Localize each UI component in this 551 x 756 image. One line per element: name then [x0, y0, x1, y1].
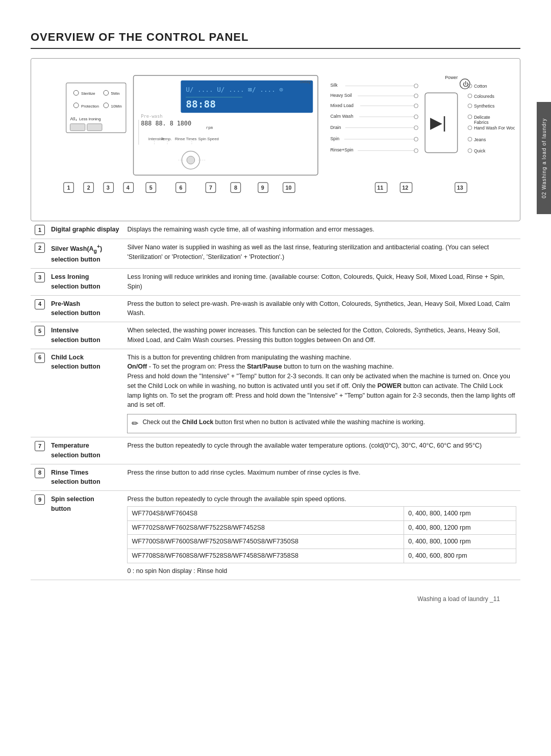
spin-model-4: WF7708S8/WF7608S8/WF7528S8/WF7458S8/WF73…: [128, 549, 404, 563]
control-panel-diagram: Sterilize 5Min Protection 10Min A g + Le…: [31, 58, 520, 221]
section-title: OVERVIEW OF THE CONTROL PANEL: [31, 31, 520, 49]
svg-point-5: [73, 103, 79, 108]
item-number-9: 9: [35, 494, 45, 505]
item-label-3: Less Ironingselection button: [51, 272, 101, 292]
item-label-8: Rinse Timesselection button: [51, 468, 101, 487]
svg-text:88:88: 88:88: [186, 98, 216, 110]
item-label-6: Child Lockselection button: [51, 353, 101, 372]
svg-text:5: 5: [149, 185, 153, 191]
spin-speeds-2: 0, 400, 800, 1200 rpm: [404, 520, 516, 535]
svg-point-33: [187, 156, 195, 164]
item-label-5: Intensiveselection button: [51, 326, 101, 345]
svg-text:Temp.: Temp.: [161, 137, 171, 141]
item-label-7: Temperatureselection button: [51, 441, 101, 460]
table-row: 6 Child Lockselection button This is a b…: [31, 349, 520, 437]
item-number-8: 8: [35, 468, 45, 478]
svg-text:Fabrics: Fabrics: [474, 120, 489, 125]
svg-text:888  88.  8  1800: 888 88. 8 1800: [141, 120, 191, 127]
svg-text:Protection: Protection: [81, 104, 99, 109]
table-row: 3 Less Ironingselection button Less Iron…: [31, 269, 520, 296]
svg-text:Silk: Silk: [330, 83, 338, 88]
svg-text:9: 9: [261, 185, 264, 191]
svg-text:Calm Wash: Calm Wash: [330, 114, 353, 119]
spin-model-1: WF7704S8/WF7604S8: [128, 506, 404, 520]
svg-text:10: 10: [286, 185, 292, 191]
table-row: 8 Rinse Timesselection button Press the …: [31, 464, 520, 491]
svg-text:Hand Wash For Wool: Hand Wash For Wool: [474, 125, 515, 131]
svg-rect-21: [138, 120, 139, 145]
table-row: 2 Silver Wash(Ag+)selection button Silve…: [31, 239, 520, 269]
svg-rect-13: [70, 124, 85, 131]
item-number-1: 1: [35, 225, 45, 235]
svg-text:2: 2: [87, 185, 90, 191]
svg-point-71: [468, 126, 472, 130]
item-desc-2: Silver Nano water is supplied in washing…: [123, 239, 520, 269]
svg-text:Pre-wash: Pre-wash: [141, 114, 162, 119]
svg-text:Delay: Delay: [300, 80, 311, 84]
item-label-2: Silver Wash(Ag+)selection button: [51, 245, 102, 263]
svg-text:rpm: rpm: [206, 125, 213, 130]
table-row: 1 Digital graphic display Displays the r…: [31, 221, 520, 239]
svg-text:Quick: Quick: [474, 148, 486, 153]
item-desc-7: Press the button repeatedly to cycle thr…: [123, 437, 520, 464]
svg-point-68: [468, 115, 472, 119]
svg-text:Heavy Soil: Heavy Soil: [330, 93, 352, 98]
svg-text:12: 12: [402, 185, 408, 191]
svg-text:+: +: [75, 118, 77, 122]
spin-footer: 0 : no spin Non display : Rinse hold: [127, 566, 516, 576]
spin-row-4: WF7708S8/WF7608S8/WF7528S8/WF7458S8/WF73…: [128, 549, 516, 563]
item-desc-1: Displays the remaining wash cycle time, …: [123, 221, 520, 239]
svg-point-75: [468, 149, 472, 153]
svg-text:5Min: 5Min: [111, 91, 120, 96]
item-desc-5: When selected, the washing power increas…: [123, 322, 520, 349]
svg-text:Drain: Drain: [330, 125, 341, 130]
svg-text:7: 7: [209, 185, 212, 191]
svg-point-64: [468, 94, 472, 98]
diagram-svg: Sterilize 5Min Protection 10Min A g + Le…: [36, 64, 515, 217]
svg-text:10Min: 10Min: [111, 104, 122, 109]
svg-text:Cotton: Cotton: [474, 84, 487, 89]
svg-text:4: 4: [127, 185, 130, 191]
svg-text:Rinse Times: Rinse Times: [175, 137, 197, 141]
svg-text:Spin Speed: Spin Speed: [198, 137, 219, 141]
svg-point-66: [468, 104, 472, 108]
svg-point-73: [468, 137, 472, 141]
svg-text:3: 3: [107, 185, 110, 191]
item-number-2: 2: [35, 243, 45, 253]
svg-text:Coloureds: Coloureds: [474, 94, 495, 99]
spin-speeds-1: 0, 400, 800, 1400 rpm: [404, 506, 516, 520]
svg-text:Spin: Spin: [330, 136, 339, 141]
item-number-7: 7: [35, 441, 45, 451]
table-row: 5 Intensiveselection button When selecte…: [31, 322, 520, 349]
spin-model-3: WF7700S8/WF7600S8/WF7520S8/WF7450S8/WF73…: [128, 535, 404, 549]
item-label-1: Digital graphic display: [51, 225, 119, 234]
item-number-6: 6: [35, 353, 45, 363]
note-text: Check out the Child Lock button first wh…: [142, 418, 425, 427]
spin-speeds-4: 0, 400, 600, 800 rpm: [404, 549, 516, 563]
svg-text:Synthetics: Synthetics: [474, 103, 495, 109]
svg-text:▶|: ▶|: [430, 114, 446, 132]
svg-text:U/ .... U/ .... ⊠/ .... ⊙: U/ .... U/ .... ⊠/ .... ⊙: [186, 86, 283, 93]
spin-row-3: WF7700S8/WF7600S8/WF7520S8/WF7450S8/WF73…: [128, 535, 516, 549]
table-row: 9 Spin selectionbutton Press the button …: [31, 491, 520, 580]
item-label-4: Pre-Washselection button: [51, 299, 101, 319]
svg-text:Less Ironing: Less Ironing: [79, 117, 101, 121]
svg-text:Rinse+Spin: Rinse+Spin: [330, 147, 353, 152]
description-table: 1 Digital graphic display Displays the r…: [31, 221, 520, 580]
item-desc-9: Press the button repeatedly to cycle thr…: [123, 491, 520, 580]
svg-text:Jeans: Jeans: [474, 137, 486, 142]
table-row: 7 Temperatureselection button Press the …: [31, 437, 520, 464]
svg-text:8: 8: [234, 185, 237, 191]
page-footer: Washing a load of laundry _11: [31, 595, 520, 603]
spin-speeds-3: 0, 400, 800, 1000 rpm: [404, 535, 516, 549]
child-lock-note: ✏ Check out the Child Lock button first …: [127, 414, 516, 433]
svg-point-1: [73, 90, 79, 95]
side-tab: 02 Washing a load of laundry: [537, 102, 551, 214]
svg-text:Sterilize: Sterilize: [81, 91, 95, 96]
svg-text:13: 13: [457, 185, 463, 191]
item-desc-6: This is a button for preventing children…: [123, 349, 520, 437]
svg-text:Delicate: Delicate: [474, 115, 490, 120]
svg-text:1: 1: [67, 185, 70, 191]
item-desc-4: Press the button to select pre-wash. Pre…: [123, 295, 520, 322]
svg-rect-14: [87, 124, 102, 131]
